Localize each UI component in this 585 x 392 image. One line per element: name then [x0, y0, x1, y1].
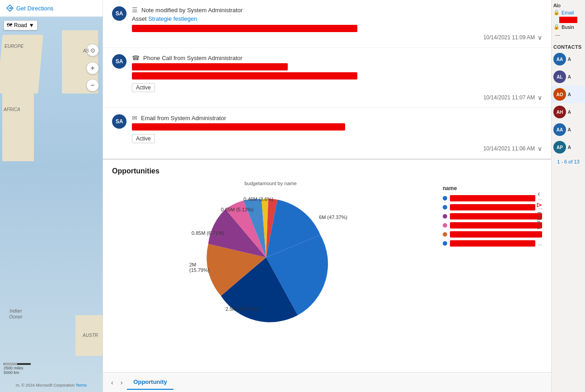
legend-bar-3 — [450, 213, 542, 219]
redacted-bar-email — [132, 123, 345, 131]
redacted-bar-note — [132, 25, 357, 32]
activity-sub-note: Asset Strategie festlegen — [132, 15, 542, 22]
activity-header-phone: ☎ Phone Call from System Administrator — [132, 54, 542, 61]
right-busi-value: --- — [553, 31, 583, 38]
legend-dot-3 — [443, 214, 447, 219]
opportunities-section: Opportunities budgetamount by name — [103, 159, 551, 372]
legend-bar-2 — [450, 204, 535, 210]
contact-row-ao[interactable]: AO A — [552, 86, 585, 103]
map-icon: 🗺 — [7, 22, 12, 28]
expand-btn-phone[interactable]: ∨ — [538, 94, 542, 101]
legend-bar-4 — [450, 222, 542, 229]
tab-prev-button[interactable]: ‹ — [108, 377, 116, 388]
activity-time-email: 10/14/2021 11:06 AM — [483, 145, 535, 152]
note-icon: ☰ — [132, 6, 138, 14]
expand-btn-email[interactable]: ∨ — [538, 145, 542, 152]
legend-dot-4 — [443, 223, 447, 228]
right-email-label: Email — [562, 10, 574, 15]
filters-chevron-left[interactable]: ‹ — [538, 190, 540, 198]
map-label-as: AS — [83, 48, 89, 53]
avatar-sa-3: SA — [112, 114, 126, 129]
tab-next-button[interactable]: › — [118, 377, 126, 388]
map-copyright: m, © 2024 Microsoft Corporation Terms — [0, 383, 103, 387]
tab-opportunity[interactable]: Opportunity — [127, 375, 173, 390]
contact-row-ah[interactable]: AH A — [552, 103, 585, 121]
contact-label-aa2: A — [568, 127, 571, 132]
right-email-red-bar — [559, 17, 577, 23]
email-icon: ✉ — [132, 114, 137, 121]
map-land-africa — [2, 93, 34, 161]
chart-area: budgetamount by name — [112, 181, 542, 325]
avatar-sa-2: SA — [112, 54, 126, 69]
legend-item-4 — [443, 222, 542, 229]
legend-item-3 — [443, 213, 542, 219]
map-label-austri: AUSTR — [83, 333, 98, 338]
map-zoom-in-button[interactable]: + — [86, 62, 99, 75]
chart-label: budgetamount by name — [112, 181, 429, 186]
map-container[interactable]: 🗺 Road ▼ ⊙ + − EUROPE AFRICA AS AUSTR In… — [0, 17, 103, 392]
right-alo-row: Alo — [553, 3, 583, 8]
map-label-indian-ocean: IndianOcean — [9, 308, 22, 320]
map-background: 🗺 Road ▼ ⊙ + − EUROPE AFRICA AS AUSTR In… — [0, 17, 103, 392]
activity-footer-phone: 10/14/2021 11:07 AM ∨ — [132, 94, 542, 101]
legend-dot-1 — [443, 196, 447, 201]
status-badge-active-phone: Active — [132, 81, 542, 92]
contact-label-ah: A — [568, 110, 571, 115]
contacts-header: CONTACTS — [552, 42, 585, 51]
contact-row-ap[interactable]: AP A — [552, 139, 585, 156]
contact-avatar-ao: AO — [553, 88, 566, 101]
legend-ellipsis-6: ... — [538, 241, 542, 246]
map-terms-link[interactable]: Terms — [76, 383, 87, 387]
contacts-pagination: 1 - 6 of 13 — [552, 156, 585, 167]
activity-item-phone: SA ☎ Phone Call from System Administrato… — [103, 48, 551, 108]
contact-label-aa1: A — [568, 57, 571, 62]
pie-legend: name ... ... — [443, 181, 542, 249]
contact-avatar-aa1: AA — [553, 53, 566, 65]
redacted-bar-phone-2 — [132, 72, 357, 79]
legend-bar-1 — [450, 195, 535, 201]
legend-item-1: ... — [443, 195, 542, 201]
activity-feed: SA ☰ Note modified by System Administrat… — [103, 0, 551, 159]
legend-dot-5 — [443, 232, 447, 237]
map-label-africa: AFRICA — [4, 107, 20, 112]
contact-label-ap: A — [568, 145, 571, 150]
activity-item-note: SA ☰ Note modified by System Administrat… — [103, 0, 551, 48]
right-alo-label: Alo — [553, 3, 561, 8]
activity-footer-email: 10/14/2021 11:06 AM ∨ — [132, 145, 542, 152]
chart-wrapper: budgetamount by name — [112, 181, 429, 325]
legend-dot-2 — [443, 205, 447, 210]
activity-body-phone: ☎ Phone Call from System Administrator A… — [132, 54, 542, 101]
tab-bar: ‹ › Opportunity — [103, 372, 551, 392]
right-panel: Alo 🔒 Email 🔒 Busin --- CONTACTS AA A AL… — [551, 0, 585, 392]
activity-footer-note: 10/14/2021 11:09 AM ∨ — [132, 34, 542, 41]
directions-icon — [6, 5, 14, 12]
right-busi-label: Busin — [562, 24, 574, 30]
legend-item-2: ... — [443, 204, 542, 210]
filters-funnel-icon[interactable]: ⊳ — [536, 201, 542, 209]
contact-row-aa2[interactable]: AA A — [552, 121, 585, 139]
map-road-control[interactable]: 🗺 Road ▼ — [4, 20, 37, 30]
strategie-link[interactable]: Strategie festlegen — [148, 15, 197, 22]
redacted-bar-phone-1 — [132, 63, 288, 70]
contact-row-aa1[interactable]: AA A — [552, 51, 585, 68]
avatar-sa-1: SA — [112, 6, 126, 21]
filters-label[interactable]: Filters — [536, 212, 542, 230]
legend-item-6: ... — [443, 240, 542, 247]
map-label-europe: EUROPE — [5, 44, 23, 49]
contact-avatar-al: AL — [553, 70, 566, 83]
contact-avatar-ah: AH — [553, 106, 566, 118]
expand-btn-note[interactable]: ∨ — [538, 34, 542, 41]
get-directions-button[interactable]: Get Directions — [0, 0, 103, 17]
map-scale: 2500 miles 5000 km — [4, 363, 31, 375]
contact-label-al: A — [568, 75, 571, 79]
map-zoom-out-button[interactable]: − — [86, 79, 99, 92]
scale-miles: 2500 miles — [4, 366, 23, 370]
left-map-panel: Get Directions 🗺 Road ▼ ⊙ + − EUROPE AFR… — [0, 0, 103, 392]
activity-title-email: Email from System Administrator — [141, 115, 226, 121]
right-top-section: Alo 🔒 Email 🔒 Busin --- — [552, 0, 585, 42]
legend-bar-6 — [450, 240, 535, 247]
right-email-row[interactable]: 🔒 Email — [553, 9, 583, 15]
contact-label-ao: A — [568, 92, 571, 97]
activity-body-note: ☰ Note modified by System Administrator … — [132, 6, 542, 41]
contact-row-al[interactable]: AL A — [552, 68, 585, 86]
